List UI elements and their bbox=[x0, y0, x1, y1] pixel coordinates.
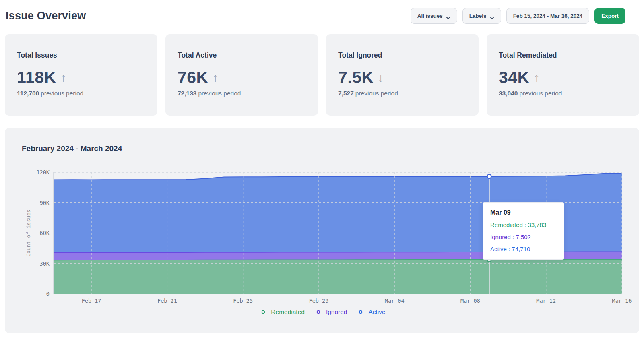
y-axis-title: Count of issues bbox=[25, 209, 31, 256]
all-issues-dropdown-label: All issues bbox=[417, 13, 443, 19]
x-tick-label: Feb 21 bbox=[157, 297, 177, 304]
date-range-label: Feb 15, 2024 - Mar 16, 2024 bbox=[513, 13, 583, 19]
stat-value: 76K bbox=[178, 68, 208, 87]
trend-up-icon: ↑ bbox=[534, 72, 540, 84]
x-tick-label: Feb 25 bbox=[233, 297, 253, 304]
trend-down-icon: ↓ bbox=[378, 72, 384, 84]
tooltip-row-ignored: Ignored : 7,502 bbox=[490, 233, 556, 240]
stat-card-total-active: Total Active 76K ↑ 72,133previous period bbox=[165, 34, 318, 116]
stat-previous: 72,133previous period bbox=[178, 90, 306, 97]
issue-overview-page: Issue Overview All issues Labels Feb 15,… bbox=[0, 0, 644, 345]
tooltip-date: Mar 09 bbox=[490, 209, 556, 216]
hover-marker-active bbox=[487, 174, 491, 178]
legend-label: Remediated bbox=[271, 308, 305, 316]
export-button[interactable]: Export bbox=[594, 8, 625, 24]
stat-label: Total Issues bbox=[17, 51, 145, 60]
page-title: Issue Overview bbox=[6, 10, 86, 22]
legend-label: Ignored bbox=[326, 308, 347, 316]
trend-up-icon: ↑ bbox=[60, 72, 66, 84]
header: Issue Overview All issues Labels Feb 15,… bbox=[0, 0, 644, 25]
stats-row: Total Issues 118K ↑ 112,700previous peri… bbox=[5, 34, 639, 116]
x-tick-label: Feb 17 bbox=[82, 297, 101, 304]
stat-value: 7.5K bbox=[338, 68, 374, 87]
header-controls: All issues Labels Feb 15, 2024 - Mar 16,… bbox=[411, 8, 638, 24]
y-tick-label: 30K bbox=[40, 260, 50, 267]
stat-previous: 7,527previous period bbox=[338, 90, 466, 97]
stat-value: 34K bbox=[499, 68, 530, 87]
chart-title: February 2024 - March 2024 bbox=[22, 144, 122, 153]
y-tick-label: 60K bbox=[40, 230, 50, 236]
stat-previous: 112,700previous period bbox=[17, 90, 145, 97]
y-tick-label: 90K bbox=[40, 200, 50, 206]
stat-value: 118K bbox=[17, 68, 56, 87]
chart-tooltip: Mar 09 Remediated : 33,783Ignored : 7,50… bbox=[483, 202, 564, 260]
chevron-down-icon bbox=[446, 14, 450, 17]
tooltip-row-remediated: Remediated : 33,783 bbox=[490, 221, 556, 228]
legend-marker-icon bbox=[258, 310, 268, 314]
chart-panel: February 2024 - March 2024 030K60K90K120… bbox=[5, 128, 639, 333]
x-tick-label: Mar 04 bbox=[385, 297, 405, 304]
stat-label: Total Remediated bbox=[499, 51, 627, 60]
labels-dropdown-label: Labels bbox=[469, 13, 487, 19]
date-range-button[interactable]: Feb 15, 2024 - Mar 16, 2024 bbox=[506, 8, 590, 24]
legend-marker-icon bbox=[314, 310, 323, 314]
y-tick-label: 0 bbox=[46, 291, 50, 297]
legend-item-remediated[interactable]: Remediated bbox=[258, 308, 305, 316]
x-tick-label: Mar 16 bbox=[612, 297, 632, 304]
stat-card-total-remediated: Total Remediated 34K ↑ 33,040previous pe… bbox=[487, 34, 639, 116]
tooltip-row-active: Active : 74,710 bbox=[490, 246, 556, 252]
x-tick-label: Mar 08 bbox=[460, 297, 480, 304]
legend-item-active[interactable]: Active bbox=[356, 308, 385, 316]
y-tick-label: 120K bbox=[36, 169, 50, 176]
x-tick-label: Mar 12 bbox=[536, 297, 556, 304]
stat-previous: 33,040previous period bbox=[499, 90, 627, 97]
trend-up-icon: ↑ bbox=[213, 72, 219, 84]
stat-card-total-issues: Total Issues 118K ↑ 112,700previous peri… bbox=[5, 34, 157, 116]
legend-marker-icon bbox=[356, 310, 365, 314]
legend-item-ignored[interactable]: Ignored bbox=[314, 308, 347, 316]
stat-label: Total Ignored bbox=[338, 51, 466, 60]
legend-label: Active bbox=[368, 308, 385, 316]
chevron-down-icon bbox=[490, 14, 494, 17]
chart-legend: RemediatedIgnoredActive bbox=[5, 308, 639, 316]
stat-label: Total Active bbox=[178, 51, 306, 60]
x-tick-label: Feb 29 bbox=[309, 297, 329, 304]
stat-card-total-ignored: Total Ignored 7.5K ↓ 7,527previous perio… bbox=[326, 34, 479, 116]
all-issues-dropdown[interactable]: All issues bbox=[411, 8, 457, 24]
area-remediated bbox=[54, 259, 622, 294]
labels-dropdown[interactable]: Labels bbox=[462, 8, 501, 24]
